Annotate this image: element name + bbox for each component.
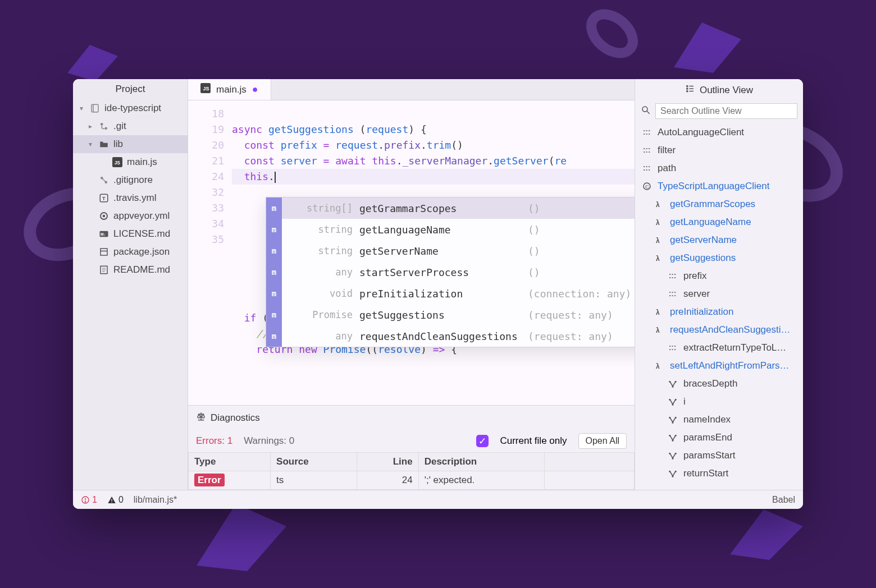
outline-item[interactable]: bracesDepth xyxy=(638,375,800,393)
outline-item-label: prefix xyxy=(683,270,707,282)
outline-item[interactable]: path xyxy=(638,159,800,177)
outline-item[interactable]: extractReturnTypeToL… xyxy=(638,339,800,357)
git-icon xyxy=(98,121,110,131)
const-icon xyxy=(667,289,679,299)
status-bar: 1 0 lib/main.js* Babel xyxy=(73,490,803,509)
tree-item[interactable]: T.travis.yml xyxy=(73,189,188,207)
tree-item-label: appveyor.yml xyxy=(113,210,170,222)
outline-item-label: getSuggestions xyxy=(670,252,736,264)
tree-item[interactable]: README.md xyxy=(73,261,188,279)
svg-line-74 xyxy=(670,436,673,440)
svg-rect-93 xyxy=(111,502,112,502)
code-editor[interactable]: 181920212432333435 async getSuggestions … xyxy=(188,100,635,405)
col-line[interactable]: Line xyxy=(357,453,419,471)
autocomplete-item[interactable]: m string getLanguageName () xyxy=(266,219,635,240)
method-icon: m xyxy=(266,304,282,325)
outline-item-label: returnStart xyxy=(683,468,728,479)
svg-point-81 xyxy=(669,453,670,454)
status-grammar[interactable]: Babel xyxy=(772,495,795,505)
ide-window: Project ▾ide-typescript▸.git▾libJSmain.j… xyxy=(73,79,803,509)
outline-item[interactable]: paramsEnd xyxy=(638,429,800,447)
method-icon: m xyxy=(266,219,282,240)
current-file-checkbox[interactable]: ✓ xyxy=(476,435,489,447)
outline-item[interactable]: filter xyxy=(638,141,800,159)
outline-panel: Outline View AutoLanguageClientfilterpat… xyxy=(635,79,803,490)
outline-item[interactable]: λsetLeftAndRightFromPars… xyxy=(638,357,800,375)
outline-item[interactable]: nameIndex xyxy=(638,411,800,429)
method-icon: m xyxy=(266,261,282,283)
var-icon xyxy=(667,397,679,407)
svg-line-64 xyxy=(670,400,673,405)
outline-item[interactable]: i xyxy=(638,393,800,411)
outline-item[interactable]: AutoLanguageClient xyxy=(638,123,800,141)
tree-item[interactable]: JSmain.js xyxy=(73,153,188,171)
outline-item[interactable]: λpreInitialization xyxy=(638,303,800,321)
svg-rect-92 xyxy=(111,499,112,500)
tab-main-js[interactable]: JS main.js ● xyxy=(188,79,271,100)
svg-text:λ: λ xyxy=(656,362,660,370)
outline-item-label: filter xyxy=(658,145,676,156)
col-source[interactable]: Source xyxy=(271,453,357,471)
outline-item[interactable]: prefix xyxy=(638,267,800,285)
svg-point-78 xyxy=(672,440,674,442)
search-icon[interactable] xyxy=(641,105,651,118)
svg-point-76 xyxy=(669,435,670,437)
outline-item-label: paramsEnd xyxy=(683,432,732,443)
outline-search-input[interactable] xyxy=(655,103,797,119)
svg-point-9 xyxy=(101,123,103,126)
folder-icon xyxy=(98,139,110,149)
autocomplete-item[interactable]: m Promise getSuggestions (request: any) xyxy=(266,304,635,325)
tree-item[interactable]: ▾ide-typescript xyxy=(73,99,188,117)
current-file-label: Current file only xyxy=(500,435,567,447)
svg-point-68 xyxy=(672,404,674,406)
outline-item[interactable]: λgetSuggestions xyxy=(638,249,800,267)
tree-item[interactable]: ▾lib xyxy=(73,135,188,153)
autocomplete-item[interactable]: m string[] getGrammarScopes () xyxy=(266,197,635,219)
autocomplete-item[interactable]: m void preInitialization (connection: an… xyxy=(266,283,635,304)
autocomplete-item[interactable]: m string getServerName () xyxy=(266,240,635,261)
gitignore-icon xyxy=(98,175,110,185)
status-errors[interactable]: 1 xyxy=(81,495,97,505)
autocomplete-item[interactable]: m any startServerProcess () xyxy=(266,261,635,283)
col-description[interactable]: Description xyxy=(418,453,544,471)
outline-item[interactable]: λgetServerName xyxy=(638,231,800,249)
errors-count[interactable]: Errors: 1 xyxy=(196,435,232,447)
outline-item[interactable]: returnStart xyxy=(638,465,800,483)
outline-item[interactable]: λgetLanguageName xyxy=(638,213,800,231)
tree-item[interactable]: .gitignore xyxy=(73,171,188,189)
tree-item-label: ide-typescript xyxy=(104,103,161,114)
diagnostic-row[interactable]: Error ts 24 ';' expected. xyxy=(189,471,635,490)
method-icon: λ xyxy=(653,235,665,245)
svg-text:M↓: M↓ xyxy=(101,232,106,236)
svg-point-34 xyxy=(687,90,688,91)
svg-point-72 xyxy=(675,417,677,419)
outline-item[interactable]: CTypeScriptLanguageClient xyxy=(638,177,800,195)
class-icon: C xyxy=(641,181,653,191)
tree-item[interactable]: ▸.git xyxy=(73,117,188,135)
tree-item[interactable]: package.json xyxy=(73,243,188,261)
tree-item[interactable]: M↓LICENSE.md xyxy=(73,225,188,243)
outline-item[interactable]: λgetGrammarScopes xyxy=(638,195,800,213)
outline-item[interactable]: server xyxy=(638,285,800,303)
svg-line-85 xyxy=(673,472,676,476)
open-all-button[interactable]: Open All xyxy=(578,433,627,449)
warnings-count[interactable]: Warnings: 0 xyxy=(244,435,294,447)
outline-item-label: TypeScriptLanguageClient xyxy=(658,181,769,192)
package-icon xyxy=(98,247,110,257)
svg-text:C: C xyxy=(645,183,649,190)
outline-item-label: getGrammarScopes xyxy=(670,199,755,210)
var-icon xyxy=(667,468,679,479)
outline-item[interactable]: paramsStart xyxy=(638,447,800,465)
autocomplete-item[interactable]: m any requestAndCleanSuggestions (reques… xyxy=(266,325,635,347)
tree-item-label: lib xyxy=(113,139,123,150)
const-icon xyxy=(641,145,653,155)
col-type[interactable]: Type xyxy=(189,453,271,471)
chevron-down-icon: ▾ xyxy=(86,140,94,148)
svg-point-32 xyxy=(687,88,688,89)
svg-text:λ: λ xyxy=(656,309,660,316)
status-warnings[interactable]: 0 xyxy=(107,495,124,505)
tree-item[interactable]: appveyor.yml xyxy=(73,207,188,225)
diagnostics-panel: Diagnostics Errors: 1 Warnings: 0 ✓ Curr… xyxy=(188,405,635,490)
outline-item[interactable]: λrequestAndCleanSuggesti… xyxy=(638,321,800,339)
status-path[interactable]: lib/main.js* xyxy=(134,495,177,505)
